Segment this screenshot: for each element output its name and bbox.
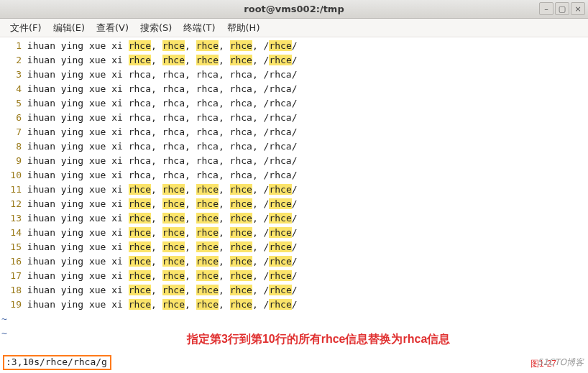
vim-command[interactable]: :3,10s/rhce/rhca/g	[3, 355, 111, 370]
menu-bar: 文件(F) 编辑(E) 查看(V) 搜索(S) 终端(T) 帮助(H)	[0, 19, 588, 37]
menu-terminal[interactable]: 终端(T)	[178, 19, 221, 37]
window-buttons: – ▢ ×	[539, 2, 585, 15]
close-button[interactable]: ×	[571, 2, 585, 15]
minimize-button[interactable]: –	[539, 2, 553, 15]
maximize-button[interactable]: ▢	[555, 2, 569, 15]
annotation-caption: 指定第3行到第10行的所有rhce信息替换为rhca信息	[187, 332, 450, 347]
menu-edit[interactable]: 编辑(E)	[47, 19, 91, 37]
watermark: 51CTO博客	[538, 356, 584, 369]
menu-file[interactable]: 文件(F)	[4, 19, 47, 37]
title-bar: root@vms002:/tmp – ▢ ×	[0, 0, 588, 19]
menu-search[interactable]: 搜索(S)	[134, 19, 178, 37]
menu-help[interactable]: 帮助(H)	[221, 19, 266, 37]
menu-view[interactable]: 查看(V)	[91, 19, 134, 37]
window-title: root@vms002:/tmp	[244, 4, 344, 14]
terminal-content[interactable]: 1 ihuan ying xue xi rhce, rhce, rhce, rh…	[0, 37, 588, 341]
